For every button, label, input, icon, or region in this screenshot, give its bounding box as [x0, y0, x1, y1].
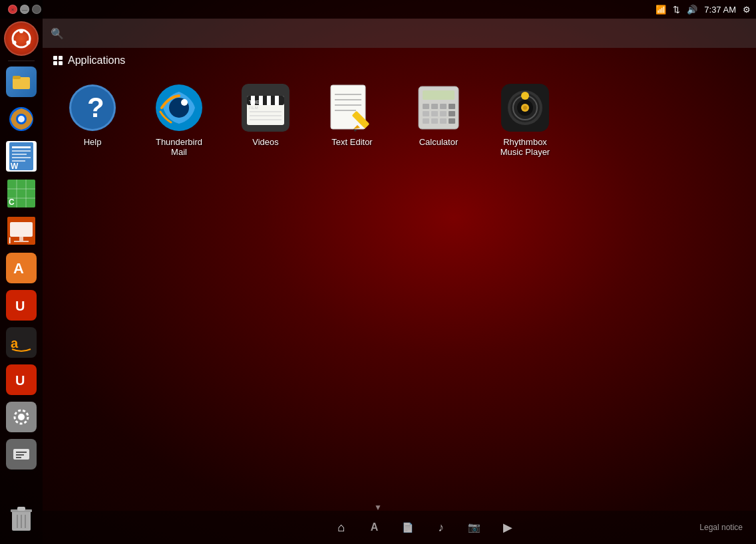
nav-text[interactable]: A — [358, 514, 391, 541]
svg-text:C: C — [9, 198, 15, 207]
sidebar-item-calc[interactable]: C — [4, 176, 39, 211]
svg-point-91 — [523, 106, 527, 110]
app-item-rhythmbox[interactable]: Rhythmbox Music Player — [488, 78, 562, 162]
svg-marker-69 — [353, 129, 357, 132]
help-app-label: Help — [84, 137, 102, 147]
rhythmbox-app-icon — [501, 84, 549, 132]
svg-rect-54 — [267, 96, 271, 105]
app-item-videos[interactable]: THE FILM Videos — [229, 78, 302, 162]
svg-rect-36 — [16, 457, 21, 458]
svg-rect-23 — [10, 222, 33, 237]
svg-text:a: a — [11, 336, 19, 350]
svg-point-92 — [521, 92, 529, 100]
sidebar-item-ubuntu-one[interactable]: U — [4, 288, 39, 323]
legal-notice[interactable]: Legal notice — [699, 523, 743, 532]
svg-text:FILM: FILM — [249, 106, 258, 110]
backup-icon-svg — [11, 444, 32, 465]
settings-icon — [6, 402, 37, 432]
help-app-icon: ? — [69, 84, 116, 132]
search-container: 🔍 — [43, 19, 756, 48]
ubuntuone2-icon-svg: U — [11, 369, 32, 390]
system-settings-icon[interactable]: ⚙ — [743, 5, 751, 15]
svg-point-8 — [18, 116, 25, 122]
volume-icon[interactable]: 🔊 — [687, 5, 697, 15]
section-grid-icon — [53, 56, 63, 65]
svg-rect-12 — [12, 154, 27, 155]
svg-rect-25 — [14, 241, 29, 242]
svg-text:I: I — [9, 236, 11, 245]
app-item-texteditor[interactable]: Text Editor — [315, 78, 389, 162]
sidebar-item-amazon[interactable]: a — [4, 325, 39, 360]
settings-icon-svg — [11, 406, 32, 428]
videos-icon-svg: THE FILM — [242, 84, 289, 132]
svg-rect-10 — [12, 146, 31, 148]
svg-rect-75 — [440, 104, 447, 109]
nav-home[interactable]: ⌂ — [325, 514, 358, 541]
bluetooth-icon[interactable]: 📶 — [656, 5, 666, 15]
sidebar-item-ubuntuone2[interactable]: U — [4, 362, 39, 397]
sidebar-item-impress[interactable]: I — [4, 213, 39, 248]
firefox-icon — [6, 104, 37, 134]
app-item-help[interactable]: ? Help — [56, 78, 129, 162]
sidebar-item-settings[interactable] — [4, 400, 39, 434]
calculator-app-icon — [415, 84, 463, 132]
search-icon: 🔍 — [51, 27, 64, 40]
appstore-icon-svg: A — [11, 257, 32, 279]
amazon-icon: a — [6, 327, 37, 358]
calc-icon-svg: C — [7, 180, 35, 207]
section-title: Applications — [68, 55, 125, 67]
nav-video[interactable]: ▶ — [491, 514, 524, 541]
firefox-icon-svg — [7, 105, 35, 133]
nav-music[interactable]: ♪ — [425, 514, 458, 541]
ubuntu-one-icon: U — [6, 290, 37, 321]
app-item-calculator[interactable]: Calculator — [402, 78, 475, 162]
trash-icon — [6, 503, 37, 534]
sidebar-item-writer[interactable]: W — [4, 139, 39, 174]
minimize-button[interactable]: — — [20, 5, 29, 14]
svg-rect-83 — [440, 118, 447, 124]
writer-icon: W — [6, 141, 37, 172]
ubuntu-logo-icon — [11, 29, 31, 49]
calculator-icon-svg — [415, 84, 463, 132]
network-icon[interactable]: ⇅ — [673, 5, 680, 15]
nav-files[interactable]: 📄 — [391, 514, 425, 541]
help-icon-svg: ? — [69, 84, 116, 132]
videos-app-icon: THE FILM — [242, 84, 289, 132]
svg-point-48 — [181, 99, 188, 106]
svg-text:U: U — [15, 299, 25, 313]
sidebar-item-appstore[interactable]: A — [4, 251, 39, 285]
maximize-button[interactable] — [32, 5, 41, 14]
sidebar-item-files[interactable] — [4, 65, 39, 99]
sidebar-item-trash[interactable] — [4, 501, 39, 536]
svg-rect-82 — [431, 118, 438, 124]
rhythmbox-app-label: Rhythmbox Music Player — [494, 137, 556, 157]
section-header: Applications — [43, 48, 756, 72]
ubuntuone2-icon: U — [6, 364, 37, 395]
app-item-thunderbird[interactable]: Thunderbird Mail — [142, 78, 216, 162]
texteditor-icon-svg — [328, 84, 376, 132]
svg-rect-73 — [423, 104, 429, 109]
calculator-app-label: Calculator — [419, 137, 459, 147]
files-icon — [6, 67, 37, 97]
svg-rect-11 — [12, 150, 31, 152]
topbar-left: × — — [5, 5, 656, 14]
svg-rect-39 — [17, 507, 25, 511]
svg-text:W: W — [11, 162, 19, 170]
sidebar-item-backup[interactable] — [4, 437, 39, 472]
topbar: × — 📶 ⇅ 🔊 7:37 AM ⚙ — [0, 0, 756, 19]
sidebar-item-ubuntu[interactable] — [4, 21, 39, 56]
svg-rect-55 — [275, 96, 279, 105]
sidebar-item-firefox[interactable] — [4, 102, 39, 136]
svg-rect-77 — [423, 111, 429, 116]
svg-text:A: A — [13, 260, 24, 277]
search-input[interactable] — [43, 19, 756, 48]
sidebar-separator-1 — [8, 61, 35, 61]
svg-text:THE: THE — [249, 99, 260, 105]
svg-rect-84 — [449, 118, 455, 124]
close-button[interactable]: × — [8, 5, 17, 14]
window-controls: × — — [8, 5, 41, 14]
calc-icon: C — [6, 178, 37, 209]
writer-icon-svg: W — [9, 142, 33, 170]
appstore-icon: A — [6, 253, 37, 283]
nav-photos[interactable]: 📷 — [458, 514, 491, 541]
